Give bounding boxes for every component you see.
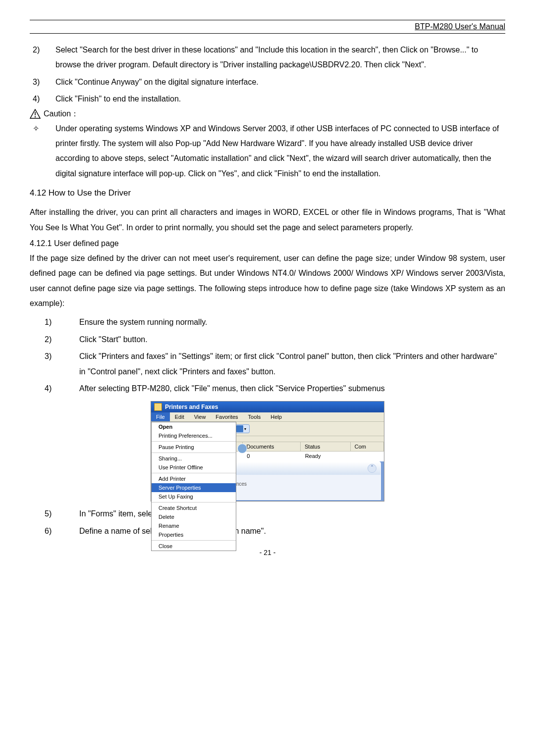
menu-close[interactable]: Close — [152, 542, 236, 551]
caution-label: Caution： — [44, 109, 79, 119]
page-number: - 21 - — [30, 549, 505, 556]
menu-rename[interactable]: Rename — [152, 521, 236, 530]
after-shot-list: 5)In "Forms" item, select "Create a new … — [30, 506, 505, 539]
col-status[interactable]: Status — [301, 442, 351, 451]
list-num: 3) — [30, 75, 55, 90]
chevron-down-icon: ▾ — [244, 427, 246, 431]
menu-delete[interactable]: Delete — [152, 512, 236, 521]
list-text: Ensure the system running normally. — [79, 315, 505, 330]
menu-open[interactable]: Open — [152, 422, 236, 431]
menu-create-shortcut[interactable]: Create Shortcut — [152, 504, 236, 512]
menu-bar: File Edit View Favorites Tools Help — [151, 412, 384, 422]
menu-properties[interactable]: Properties — [152, 530, 236, 539]
caution-icon — [30, 109, 41, 119]
top-list: 2) Select "Search for the best driver in… — [30, 43, 505, 107]
menu-sharing[interactable]: Sharing... — [152, 454, 236, 463]
list-text: Define a name of self-defining paper in … — [79, 524, 505, 539]
svg-point-2 — [35, 116, 36, 117]
inner-list: 1)Ensure the system running normally. 2)… — [30, 315, 505, 396]
list-num: 2) — [30, 332, 79, 347]
list-text: Select "Search for the best driver in th… — [55, 43, 505, 73]
menu-file[interactable]: File — [151, 412, 170, 421]
list-num: 3) — [30, 349, 79, 379]
printer-documents: 0 — [243, 453, 301, 460]
menu-server-properties[interactable]: Server Properties — [152, 483, 236, 492]
menu-pause-printing[interactable]: Pause Printing — [152, 443, 236, 452]
menu-edit[interactable]: Edit — [170, 412, 189, 421]
window-title: Printers and Faxes — [165, 403, 218, 410]
menu-tools[interactable]: Tools — [243, 412, 266, 421]
menu-favorites[interactable]: Favorites — [211, 412, 243, 421]
list-num: 1) — [30, 315, 79, 330]
menu-use-printer-offline[interactable]: Use Printer Offline — [152, 463, 236, 472]
list-text: Click "Finish" to end the installation. — [55, 92, 505, 106]
printers-folder-icon — [154, 403, 162, 411]
header-title: BTP-M280 User's Manual — [30, 22, 505, 34]
list-text: Click "Printers and faxes" in "Settings"… — [79, 349, 505, 379]
list-text: Click "Continue Anyway" on the digital s… — [55, 75, 505, 90]
screenshot-printers-faxes: Printers and Faxes File Edit View Favori… — [151, 401, 384, 502]
chevron-up-icon[interactable]: ˆ — [368, 464, 376, 473]
menu-set-up-faxing[interactable]: Set Up Faxing — [152, 492, 236, 501]
list-text: Click "Start" button. — [79, 332, 505, 347]
paragraph: After installing the driver, you can pri… — [30, 205, 505, 235]
menu-add-printer[interactable]: Add Printer — [152, 474, 236, 483]
menu-help[interactable]: Help — [266, 412, 287, 421]
menu-view[interactable]: View — [189, 412, 211, 421]
list-num: 4) — [30, 92, 55, 106]
diamond-text: Under operating systems Windows XP and W… — [55, 121, 505, 182]
subsection-heading: 4.12.1 User defined page — [30, 239, 505, 248]
paragraph: If the page size defined by the driver c… — [30, 251, 505, 311]
views-icon — [236, 425, 243, 432]
list-num: 6) — [30, 524, 79, 539]
list-num: 5) — [30, 506, 79, 521]
section-heading: 4.12 How to Use the Driver — [30, 188, 505, 198]
col-documents[interactable]: Documents — [243, 442, 301, 451]
list-num: 4) — [30, 381, 79, 396]
list-text: After selecting BTP-M280, click "File" m… — [79, 381, 505, 396]
list-num: 2) — [30, 43, 55, 73]
file-dropdown-menu: Open Printing Preferences... Pause Print… — [151, 422, 236, 551]
partial-strip-nces: nces — [236, 481, 247, 487]
window-titlebar[interactable]: Printers and Faxes — [151, 402, 384, 412]
list-text: In "Forms" item, select "Create a new fo… — [79, 506, 505, 521]
printer-status: Ready — [301, 453, 351, 460]
menu-printing-preferences[interactable]: Printing Preferences... — [152, 431, 236, 440]
col-com[interactable]: Com — [351, 442, 384, 451]
diamond-bullet: ✧ — [30, 121, 55, 182]
printer-com — [351, 453, 384, 460]
header-rule-top — [30, 20, 505, 20]
